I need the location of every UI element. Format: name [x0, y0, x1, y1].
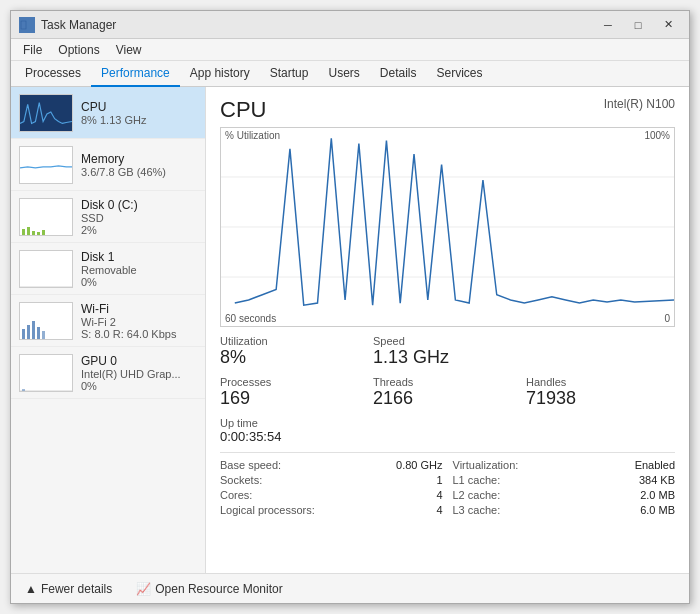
- right-panel: CPU Intel(R) N100 % Utilization 100% 60 …: [206, 87, 689, 573]
- svg-rect-10: [42, 230, 45, 235]
- cpu-thumbnail: [19, 94, 73, 132]
- tab-details[interactable]: Details: [370, 61, 427, 87]
- minimize-button[interactable]: ─: [595, 15, 621, 35]
- svg-rect-18: [42, 331, 45, 339]
- gpu0-info: GPU 0 Intel(R) UHD Grap... 0%: [81, 354, 197, 392]
- utilization-value: 8%: [220, 347, 369, 368]
- info-sockets: Sockets: 1: [220, 474, 443, 486]
- disk1-detail: 0%: [81, 276, 197, 288]
- svg-rect-11: [20, 251, 73, 288]
- logical-key: Logical processors:: [220, 504, 315, 516]
- info-l1: L1 cache: 384 KB: [453, 474, 676, 486]
- uptime-label: Up time: [220, 417, 369, 429]
- base-speed-key: Base speed:: [220, 459, 281, 471]
- l2-val: 2.0 MB: [640, 489, 675, 501]
- logical-val: 4: [436, 504, 442, 516]
- cores-key: Cores:: [220, 489, 252, 501]
- base-speed-val: 0.80 GHz: [396, 459, 442, 471]
- sockets-val: 1: [436, 474, 442, 486]
- processes-value: 169: [220, 388, 369, 409]
- tab-users[interactable]: Users: [318, 61, 369, 87]
- sidebar-item-gpu0[interactable]: GPU 0 Intel(R) UHD Grap... 0%: [11, 347, 205, 399]
- cpu-detail: 8% 1.13 GHz: [81, 114, 197, 126]
- svg-rect-6: [22, 229, 25, 235]
- disk0-thumbnail: [19, 198, 73, 236]
- info-l2: L2 cache: 2.0 MB: [453, 489, 676, 501]
- panel-header: CPU Intel(R) N100: [220, 97, 675, 123]
- svg-rect-3: [20, 95, 72, 131]
- tab-processes[interactable]: Processes: [15, 61, 91, 87]
- stat-utilization: Utilization 8%: [220, 335, 369, 368]
- gpu0-detail: 0%: [81, 380, 197, 392]
- chevron-up-icon: ▲: [25, 582, 37, 596]
- maximize-button[interactable]: □: [625, 15, 651, 35]
- stats-grid: Utilization 8% Speed 1.13 GHz Processes …: [220, 335, 675, 444]
- svg-rect-17: [37, 327, 40, 339]
- tab-startup[interactable]: Startup: [260, 61, 319, 87]
- info-cores: Cores: 4: [220, 489, 443, 501]
- speed-label: Speed: [373, 335, 522, 347]
- tab-services[interactable]: Services: [427, 61, 493, 87]
- stat-handles: Handles 71938: [526, 376, 675, 409]
- info-virt: Virtualization: Enabled: [453, 459, 676, 471]
- menu-view[interactable]: View: [108, 39, 150, 61]
- stat-processes: Processes 169: [220, 376, 369, 409]
- memory-label: Memory: [81, 152, 197, 166]
- svg-rect-19: [20, 355, 73, 392]
- sidebar-item-disk0[interactable]: Disk 0 (C:) SSD 2%: [11, 191, 205, 243]
- disk1-thumbnail: [19, 250, 73, 288]
- wifi-label: Wi-Fi: [81, 302, 197, 316]
- l1-val: 384 KB: [639, 474, 675, 486]
- sidebar-item-wifi[interactable]: Wi-Fi Wi-Fi 2 S: 8.0 R: 64.0 Kbps: [11, 295, 205, 347]
- open-monitor-label: Open Resource Monitor: [155, 582, 282, 596]
- stat-uptime: Up time 0:00:35:54: [220, 417, 369, 444]
- cpu-chart-svg: [221, 128, 674, 326]
- svg-rect-16: [32, 321, 35, 339]
- sidebar-item-memory[interactable]: Memory 3.6/7.8 GB (46%): [11, 139, 205, 191]
- l1-key: L1 cache:: [453, 474, 501, 486]
- wifi-thumbnail: [19, 302, 73, 340]
- svg-rect-8: [32, 231, 35, 235]
- chart-y-label: % Utilization: [225, 130, 280, 141]
- menu-file[interactable]: File: [15, 39, 50, 61]
- svg-rect-1: [28, 19, 33, 31]
- processes-label: Processes: [220, 376, 369, 388]
- panel-title: CPU: [220, 97, 266, 123]
- tab-bar: Processes Performance App history Startu…: [11, 61, 689, 87]
- tab-app-history[interactable]: App history: [180, 61, 260, 87]
- disk0-info: Disk 0 (C:) SSD 2%: [81, 198, 197, 236]
- cores-val: 4: [436, 489, 442, 501]
- info-logical: Logical processors: 4: [220, 504, 443, 516]
- l2-key: L2 cache:: [453, 489, 501, 501]
- uptime-value: 0:00:35:54: [220, 429, 369, 444]
- l3-val: 6.0 MB: [640, 504, 675, 516]
- tab-performance[interactable]: Performance: [91, 61, 180, 87]
- close-button[interactable]: ✕: [655, 15, 681, 35]
- disk0-detail: 2%: [81, 224, 197, 236]
- disk0-label: Disk 0 (C:): [81, 198, 197, 212]
- open-resource-monitor-button[interactable]: 📈 Open Resource Monitor: [132, 580, 286, 598]
- cpu-label: CPU: [81, 100, 197, 114]
- wifi-info: Wi-Fi Wi-Fi 2 S: 8.0 R: 64.0 Kbps: [81, 302, 197, 340]
- svg-rect-21: [22, 389, 25, 391]
- sidebar-item-disk1[interactable]: Disk 1 Removable 0%: [11, 243, 205, 295]
- sidebar-item-cpu[interactable]: CPU 8% 1.13 GHz: [11, 87, 205, 139]
- virt-key: Virtualization:: [453, 459, 519, 471]
- menu-options[interactable]: Options: [50, 39, 107, 61]
- fewer-details-button[interactable]: ▲ Fewer details: [21, 580, 116, 598]
- gpu0-label: GPU 0: [81, 354, 197, 368]
- task-manager-window: Task Manager ─ □ ✕ File Options View Pro…: [10, 10, 690, 604]
- stat-threads: Threads 2166: [373, 376, 522, 409]
- wifi-detail: S: 8.0 R: 64.0 Kbps: [81, 328, 197, 340]
- sockets-key: Sockets:: [220, 474, 262, 486]
- cpu-chart: % Utilization 100% 60 seconds 0: [220, 127, 675, 327]
- info-base-speed: Base speed: 0.80 GHz: [220, 459, 443, 471]
- virt-val: Enabled: [635, 459, 675, 471]
- info-l3: L3 cache: 6.0 MB: [453, 504, 676, 516]
- window-title: Task Manager: [41, 18, 595, 32]
- l3-key: L3 cache:: [453, 504, 501, 516]
- cpu-info: CPU 8% 1.13 GHz: [81, 100, 197, 126]
- disk1-label: Disk 1: [81, 250, 197, 264]
- footer: ▲ Fewer details 📈 Open Resource Monitor: [11, 573, 689, 603]
- gpu0-thumbnail: [19, 354, 73, 392]
